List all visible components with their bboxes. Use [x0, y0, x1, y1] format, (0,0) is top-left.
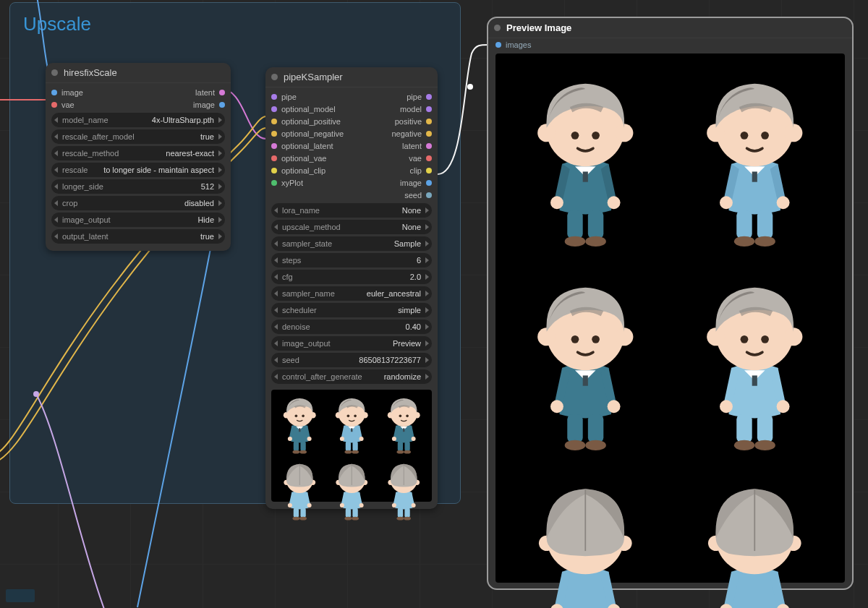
port-clip-out[interactable]: [426, 168, 432, 174]
chevron-right-icon[interactable]: [218, 167, 222, 173]
port-positive-in[interactable]: [271, 119, 277, 124]
chevron-left-icon[interactable]: [274, 307, 278, 313]
chevron-right-icon[interactable]: [425, 341, 429, 346]
chevron-right-icon[interactable]: [425, 274, 429, 280]
chevron-right-icon[interactable]: [218, 234, 222, 239]
chevron-right-icon[interactable]: [425, 324, 429, 330]
port-xyplot-in[interactable]: [271, 180, 277, 186]
port-clip-in[interactable]: [271, 168, 277, 174]
node-header[interactable]: hiresfixScale: [46, 63, 231, 83]
widget-rescale-after-model[interactable]: rescale_after_modeltrue: [51, 129, 225, 144]
port-latent-out[interactable]: [426, 143, 432, 149]
widget-model-name[interactable]: model_name4x-UltraSharp.pth: [51, 113, 225, 127]
node-hiresfixscale[interactable]: hiresfixScale image latent vae image mod…: [46, 63, 231, 251]
chevron-left-icon[interactable]: [54, 184, 58, 189]
chevron-right-icon[interactable]: [218, 150, 222, 156]
widget-steps[interactable]: steps6: [271, 253, 432, 267]
svg-point-49: [344, 516, 352, 520]
svg-point-30: [404, 450, 411, 454]
port-images-in[interactable]: [495, 42, 501, 48]
chevron-left-icon[interactable]: [274, 224, 278, 230]
widget-rescale-method[interactable]: rescale_methodnearest-exact: [51, 146, 225, 160]
chevron-right-icon[interactable]: [218, 217, 222, 223]
chevron-right-icon[interactable]: [425, 357, 429, 363]
svg-rect-101: [752, 375, 757, 385]
port-model-out[interactable]: [426, 106, 432, 112]
chevron-left-icon[interactable]: [274, 324, 278, 330]
chevron-left-icon[interactable]: [274, 257, 278, 263]
port-positive-out[interactable]: [426, 119, 432, 124]
chevron-right-icon[interactable]: [218, 117, 222, 123]
chevron-right-icon[interactable]: [425, 374, 429, 380]
chevron-left-icon[interactable]: [274, 357, 278, 363]
svg-point-69: [586, 236, 607, 247]
port-model-in[interactable]: [271, 106, 277, 112]
port-latent-out[interactable]: [219, 90, 225, 95]
chevron-left-icon[interactable]: [274, 241, 278, 247]
chevron-right-icon[interactable]: [218, 200, 222, 206]
chevron-left-icon[interactable]: [54, 200, 58, 206]
port-image-in[interactable]: [51, 90, 57, 95]
widget-control-after-generate[interactable]: control_after_generaterandomize: [271, 369, 432, 384]
svg-point-37: [406, 415, 409, 418]
chevron-right-icon[interactable]: [218, 184, 222, 189]
chevron-left-icon[interactable]: [54, 234, 58, 239]
collapse-icon[interactable]: [494, 25, 501, 31]
widget-rescale[interactable]: rescaleto longer side - maintain aspect: [51, 163, 225, 177]
chevron-left-icon[interactable]: [274, 291, 278, 296]
port-negative-in[interactable]: [271, 131, 277, 137]
chevron-right-icon[interactable]: [425, 241, 429, 247]
widget-output-latent[interactable]: output_latenttrue: [51, 229, 225, 244]
widget-sampler-name[interactable]: sampler_nameeuler_ancestral: [271, 286, 432, 301]
port-vae-out[interactable]: [426, 155, 432, 161]
chevron-left-icon[interactable]: [54, 117, 58, 123]
chevron-right-icon[interactable]: [218, 134, 222, 140]
port-pipe-in[interactable]: [271, 94, 277, 100]
chevron-left-icon[interactable]: [274, 374, 278, 380]
input-label: image: [61, 88, 83, 97]
chevron-left-icon[interactable]: [54, 134, 58, 140]
widget-denoise[interactable]: denoise0.40: [271, 320, 432, 334]
chevron-right-icon[interactable]: [425, 257, 429, 263]
chevron-left-icon[interactable]: [54, 150, 58, 156]
preview-back-2: [672, 468, 838, 608]
widget-scheduler[interactable]: schedulersimple: [271, 303, 432, 317]
node-preview-image[interactable]: Preview Image images: [487, 17, 854, 590]
widget-crop[interactable]: cropdisabled: [51, 196, 225, 210]
port-latent-in[interactable]: [271, 143, 277, 149]
chevron-left-icon[interactable]: [274, 207, 278, 213]
svg-point-58: [396, 516, 404, 520]
widget-lora-name[interactable]: lora_nameNone: [271, 203, 432, 218]
chevron-right-icon[interactable]: [425, 207, 429, 213]
widget-image-output[interactable]: image_outputPreview: [271, 336, 432, 351]
svg-point-36: [399, 415, 401, 418]
node-pipeksampler[interactable]: pipeKSampler pipepipe optional_modelmode…: [265, 67, 438, 509]
port-seed-out[interactable]: [426, 192, 432, 198]
node-header[interactable]: Preview Image: [488, 18, 852, 38]
chevron-right-icon[interactable]: [425, 291, 429, 296]
chevron-left-icon[interactable]: [54, 217, 58, 223]
widget-cfg[interactable]: cfg2.0: [271, 270, 432, 284]
thumb-side: [378, 393, 429, 458]
widget-image-output[interactable]: image_outputHide: [51, 213, 225, 227]
collapse-icon[interactable]: [51, 69, 58, 76]
port-vae-in[interactable]: [51, 102, 57, 108]
port-negative-out[interactable]: [426, 131, 432, 137]
widget-seed[interactable]: seed86508137223677: [271, 353, 432, 367]
chevron-left-icon[interactable]: [274, 274, 278, 280]
widget-sampler-state[interactable]: sampler_stateSample: [271, 236, 432, 251]
chevron-left-icon[interactable]: [54, 167, 58, 173]
chevron-left-icon[interactable]: [274, 341, 278, 346]
svg-point-20: [359, 437, 363, 441]
node-header[interactable]: pipeKSampler: [265, 67, 438, 87]
port-image-out[interactable]: [426, 180, 432, 186]
collapse-icon[interactable]: [271, 74, 278, 80]
port-pipe-out[interactable]: [426, 94, 432, 100]
chevron-right-icon[interactable]: [425, 224, 429, 230]
input-label: pipe: [281, 93, 297, 101]
port-image-out[interactable]: [219, 102, 225, 108]
chevron-right-icon[interactable]: [425, 307, 429, 313]
widget-upscale-method[interactable]: upscale_methodNone: [271, 220, 432, 234]
port-vae-in[interactable]: [271, 155, 277, 161]
widget-longer-side[interactable]: longer_side512: [51, 179, 225, 194]
